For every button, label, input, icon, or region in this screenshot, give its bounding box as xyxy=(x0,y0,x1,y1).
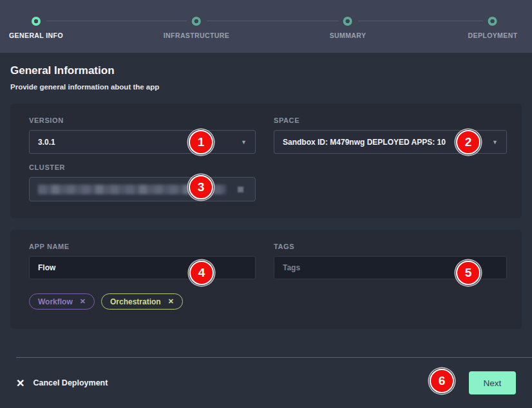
stepper-step-general-info[interactable]: GENERAL INFO xyxy=(9,17,63,39)
app-name-field-group: APP NAME xyxy=(29,243,256,283)
step-label: GENERAL INFO xyxy=(9,32,63,39)
chevron-down-icon: ▼ xyxy=(241,139,247,145)
remove-tag-icon[interactable]: ✕ xyxy=(80,297,86,306)
cluster-field-group: CLUSTER xyxy=(29,163,256,203)
tag-chip-list: Workflow ✕ Orchestration ✕ xyxy=(29,293,507,313)
annotation-number: 5 xyxy=(465,266,472,280)
annotation-badge-1: 1 xyxy=(189,130,213,154)
next-button[interactable]: Next xyxy=(469,371,516,394)
version-selected-value: 3.0.1 xyxy=(38,138,55,147)
app-name-input[interactable] xyxy=(29,256,256,279)
tag-chip-orchestration: Orchestration ✕ xyxy=(101,293,183,310)
main-content: General Information Provide general info… xyxy=(0,53,532,329)
remove-tag-icon[interactable]: ✕ xyxy=(168,297,174,306)
annotation-badge-5: 5 xyxy=(456,261,480,285)
stepper-connector xyxy=(358,21,483,21)
space-selected-value: Sandbox ID: M479nwg DEPLOYED APPS: 10 xyxy=(283,138,446,147)
page-title: General Information xyxy=(10,64,522,77)
space-label: SPACE xyxy=(274,116,507,124)
tag-chip-label: Workflow xyxy=(38,297,73,306)
tags-label: TAGS xyxy=(274,243,507,250)
annotation-number: 1 xyxy=(198,135,205,149)
version-label: VERSION xyxy=(29,116,256,124)
cluster-field[interactable] xyxy=(29,177,256,201)
step-label: SUMMARY xyxy=(330,32,366,39)
annotation-number: 3 xyxy=(198,180,205,194)
stepper-step-deployment[interactable]: DEPLOYMENT xyxy=(468,17,518,39)
version-select[interactable]: 3.0.1 ▼ xyxy=(29,130,256,154)
annotation-number: 2 xyxy=(465,135,472,149)
stepper-step-infrastructure[interactable]: INFRASTRUCTURE xyxy=(164,17,229,39)
step-label: DEPLOYMENT xyxy=(468,32,518,39)
version-space-cluster-card: VERSION 3.0.1 ▼ SPACE Sandbox ID: M479nw… xyxy=(10,104,522,218)
step-label: INFRASTRUCTURE xyxy=(164,32,229,39)
step-indicator-icon xyxy=(32,17,41,26)
deployment-wizard: GENERAL INFO INFRASTRUCTURE SUMMARY DEPL… xyxy=(0,0,532,408)
tag-chip-workflow: Workflow ✕ xyxy=(29,293,95,310)
cluster-label: CLUSTER xyxy=(29,163,256,171)
cancel-deployment-button[interactable]: ✕ Cancel Deployment xyxy=(16,377,108,389)
tag-chip-label: Orchestration xyxy=(110,297,161,306)
annotation-number: 6 xyxy=(439,374,446,388)
close-icon: ✕ xyxy=(16,377,24,389)
app-name-label: APP NAME xyxy=(29,243,256,250)
chevron-down-icon: ▼ xyxy=(492,139,498,145)
step-indicator-icon xyxy=(488,17,497,26)
step-indicator-icon xyxy=(343,17,352,26)
annotation-badge-6: 6 xyxy=(430,369,454,393)
annotation-badge-2: 2 xyxy=(456,130,480,154)
version-field-group: VERSION 3.0.1 ▼ xyxy=(29,116,256,156)
annotation-badge-4: 4 xyxy=(189,261,214,285)
cancel-deployment-label: Cancel Deployment xyxy=(33,378,108,387)
wizard-stepper: GENERAL INFO INFRASTRUCTURE SUMMARY DEPL… xyxy=(0,0,532,53)
redacted-cluster-suffix xyxy=(238,187,243,192)
annotation-number: 4 xyxy=(198,266,205,280)
step-indicator-icon xyxy=(192,17,201,26)
appname-tags-card: APP NAME TAGS Workflow ✕ Orchestration ✕ xyxy=(10,230,522,329)
page-subtitle: Provide general information about the ap… xyxy=(10,83,522,91)
stepper-step-summary[interactable]: SUMMARY xyxy=(330,17,366,39)
annotation-badge-3: 3 xyxy=(189,175,213,199)
